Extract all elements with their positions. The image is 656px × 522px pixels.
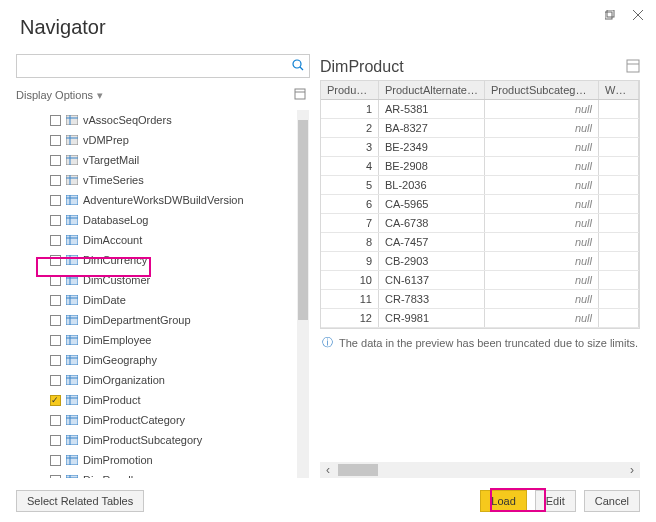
tree-vertical-scrollbar[interactable]: [297, 110, 309, 478]
checkbox[interactable]: [50, 435, 61, 446]
tree-item[interactable]: DatabaseLog: [16, 210, 295, 230]
tree-item[interactable]: DimCustomer: [16, 270, 295, 290]
view-icon: [66, 114, 78, 126]
checkbox[interactable]: [50, 215, 61, 226]
checkbox[interactable]: [50, 155, 61, 166]
checkbox[interactable]: [50, 255, 61, 266]
cell-weight: [599, 176, 639, 194]
cell-alternatekey: CN-6137: [379, 271, 485, 289]
cell-alternatekey: AR-5381: [379, 100, 485, 118]
cell-weight: [599, 214, 639, 232]
cell-subcategorykey: null: [485, 214, 599, 232]
edit-button[interactable]: Edit: [535, 490, 576, 512]
checkbox[interactable]: [50, 135, 61, 146]
scroll-left-arrow[interactable]: ‹: [320, 462, 336, 478]
search-icon[interactable]: [287, 59, 309, 73]
grid-row[interactable]: 10CN-6137null: [321, 271, 639, 290]
checkbox[interactable]: [50, 375, 61, 386]
checkbox[interactable]: [50, 475, 61, 479]
search-row: [16, 54, 310, 78]
cell-alternatekey: CA-5965: [379, 195, 485, 213]
tree-item-label: DimCurrency: [83, 254, 147, 266]
tree-item[interactable]: DimProductCategory: [16, 410, 295, 430]
checkbox[interactable]: [50, 275, 61, 286]
grid-row[interactable]: 8CA-7457null: [321, 233, 639, 252]
tree-item[interactable]: DimProductSubcategory: [16, 430, 295, 450]
scrollbar-thumb[interactable]: [338, 464, 378, 476]
checkbox[interactable]: [50, 175, 61, 186]
svg-rect-56: [66, 435, 78, 445]
window-close-button[interactable]: [624, 3, 652, 27]
tree-item[interactable]: DimReseller: [16, 470, 295, 478]
navigator-left-panel: Display Options ▾ vAssocSeqOrdersvDMPrep…: [16, 54, 310, 478]
svg-rect-59: [66, 455, 78, 465]
preview-horizontal-scrollbar[interactable]: ‹ ›: [320, 462, 640, 478]
cell-alternatekey: CR-7833: [379, 290, 485, 308]
preview-info: ⓘ The data in the preview has been trunc…: [320, 329, 640, 356]
select-related-tables-button[interactable]: Select Related Tables: [16, 490, 144, 512]
column-header[interactable]: ProductSubcategoryKey: [485, 81, 599, 99]
grid-row[interactable]: 12CR-9981null: [321, 309, 639, 328]
table-icon: [66, 394, 78, 406]
tree-item[interactable]: vAssocSeqOrders: [16, 110, 295, 130]
cell-alternatekey: BE-2908: [379, 157, 485, 175]
tree-item[interactable]: AdventureWorksDWBuildVersion: [16, 190, 295, 210]
tree-item[interactable]: DimCurrency: [16, 250, 295, 270]
view-icon: [66, 134, 78, 146]
cell-alternatekey: CA-6738: [379, 214, 485, 232]
grid-row[interactable]: 11CR-7833null: [321, 290, 639, 309]
cell-subcategorykey: null: [485, 271, 599, 289]
grid-row[interactable]: 3BE-2349null: [321, 138, 639, 157]
cell-productkey: 4: [321, 157, 379, 175]
column-header[interactable]: ProductAlternateKey: [379, 81, 485, 99]
grid-row[interactable]: 5BL-2036null: [321, 176, 639, 195]
checkbox[interactable]: [50, 295, 61, 306]
checkbox[interactable]: [50, 455, 61, 466]
tree-item[interactable]: DimAccount: [16, 230, 295, 250]
column-header[interactable]: ProductKey: [321, 81, 379, 99]
cell-weight: [599, 195, 639, 213]
search-input[interactable]: [17, 60, 287, 72]
tree-item[interactable]: DimDate: [16, 290, 295, 310]
tree-item[interactable]: DimDepartmentGroup: [16, 310, 295, 330]
tree-item-label: DimCustomer: [83, 274, 150, 286]
grid-row[interactable]: 2BA-8327null: [321, 119, 639, 138]
tree-item[interactable]: DimOrganization: [16, 370, 295, 390]
cell-subcategorykey: null: [485, 309, 599, 327]
checkbox[interactable]: [50, 395, 61, 406]
scrollbar-thumb[interactable]: [298, 120, 308, 320]
table-icon: [66, 294, 78, 306]
table-tree[interactable]: vAssocSeqOrdersvDMPrepvTargetMailvTimeSe…: [16, 110, 309, 478]
svg-rect-47: [66, 375, 78, 385]
svg-rect-20: [66, 195, 78, 205]
tree-item[interactable]: vDMPrep: [16, 130, 295, 150]
tree-item[interactable]: vTargetMail: [16, 150, 295, 170]
checkbox[interactable]: [50, 315, 61, 326]
window-restore-button[interactable]: [596, 3, 624, 27]
tree-item[interactable]: DimEmployee: [16, 330, 295, 350]
load-button[interactable]: Load: [480, 490, 526, 512]
checkbox[interactable]: [50, 235, 61, 246]
grid-row[interactable]: 4BE-2908null: [321, 157, 639, 176]
preview-options-icon[interactable]: [626, 59, 640, 75]
grid-row[interactable]: 7CA-6738null: [321, 214, 639, 233]
tree-item-label: vTimeSeries: [83, 174, 144, 186]
tree-item[interactable]: DimPromotion: [16, 450, 295, 470]
checkbox[interactable]: [50, 195, 61, 206]
cancel-button[interactable]: Cancel: [584, 490, 640, 512]
checkbox[interactable]: [50, 415, 61, 426]
grid-row[interactable]: 6CA-5965null: [321, 195, 639, 214]
tree-item[interactable]: DimGeography: [16, 350, 295, 370]
scroll-right-arrow[interactable]: ›: [624, 462, 640, 478]
checkbox[interactable]: [50, 115, 61, 126]
grid-row[interactable]: 1AR-5381null: [321, 100, 639, 119]
refresh-icon[interactable]: [294, 88, 306, 102]
tree-item[interactable]: DimProduct: [16, 390, 295, 410]
checkbox[interactable]: [50, 335, 61, 346]
grid-row[interactable]: 9CB-2903null: [321, 252, 639, 271]
table-icon: [66, 254, 78, 266]
display-options-row[interactable]: Display Options ▾: [16, 84, 310, 106]
tree-item[interactable]: vTimeSeries: [16, 170, 295, 190]
checkbox[interactable]: [50, 355, 61, 366]
column-header[interactable]: Weigh: [599, 81, 639, 99]
